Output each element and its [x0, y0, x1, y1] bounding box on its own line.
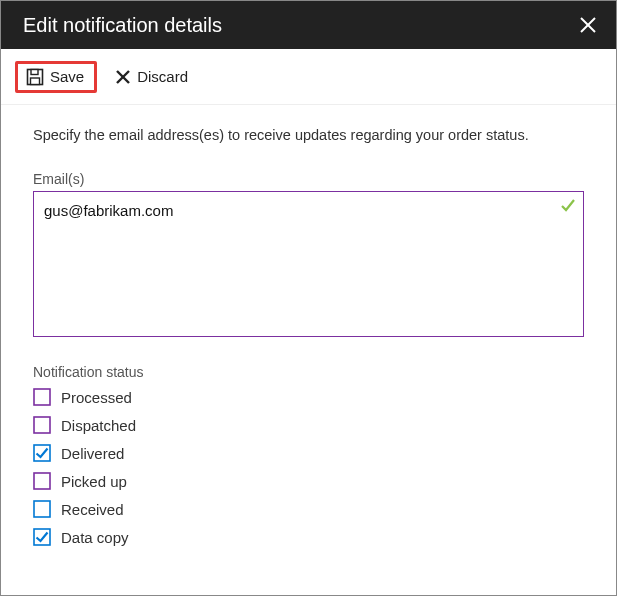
checkbox-icon: [33, 528, 51, 546]
checkbox-icon: [33, 444, 51, 462]
svg-rect-11: [34, 501, 50, 517]
status-checkbox-row[interactable]: Dispatched: [33, 416, 584, 434]
checkbox-icon: [33, 472, 51, 490]
svg-rect-4: [31, 69, 38, 74]
status-checkbox-label: Processed: [61, 389, 132, 406]
description-text: Specify the email address(es) to receive…: [33, 127, 584, 143]
status-checkbox-row[interactable]: Processed: [33, 388, 584, 406]
notification-status-label: Notification status: [33, 364, 584, 380]
status-checkbox-label: Received: [61, 501, 124, 518]
svg-rect-3: [31, 78, 40, 85]
save-button-label: Save: [50, 68, 84, 85]
discard-button-label: Discard: [137, 68, 188, 85]
checkbox-icon: [33, 500, 51, 518]
status-checkbox-label: Delivered: [61, 445, 124, 462]
svg-rect-12: [34, 529, 50, 545]
close-button[interactable]: [576, 13, 600, 37]
status-checkbox-row[interactable]: Received: [33, 500, 584, 518]
save-icon: [26, 68, 44, 86]
svg-rect-9: [34, 445, 50, 461]
svg-rect-7: [34, 389, 50, 405]
svg-rect-10: [34, 473, 50, 489]
status-list: ProcessedDispatchedDeliveredPicked upRec…: [33, 388, 584, 546]
status-checkbox-row[interactable]: Picked up: [33, 472, 584, 490]
close-icon: [580, 17, 596, 33]
discard-button[interactable]: Discard: [105, 62, 198, 91]
status-checkbox-label: Dispatched: [61, 417, 136, 434]
discard-icon: [115, 69, 131, 85]
content: Specify the email address(es) to receive…: [1, 105, 616, 546]
emails-label: Email(s): [33, 171, 584, 187]
toolbar: Save Discard: [1, 49, 616, 105]
status-checkbox-row[interactable]: Delivered: [33, 444, 584, 462]
save-button[interactable]: Save: [15, 61, 97, 93]
status-checkbox-label: Data copy: [61, 529, 129, 546]
status-checkbox-row[interactable]: Data copy: [33, 528, 584, 546]
titlebar-title: Edit notification details: [23, 14, 222, 37]
emails-input[interactable]: [33, 191, 584, 337]
checkbox-icon: [33, 388, 51, 406]
svg-rect-8: [34, 417, 50, 433]
checkbox-icon: [33, 416, 51, 434]
status-checkbox-label: Picked up: [61, 473, 127, 490]
titlebar: Edit notification details: [1, 1, 616, 49]
